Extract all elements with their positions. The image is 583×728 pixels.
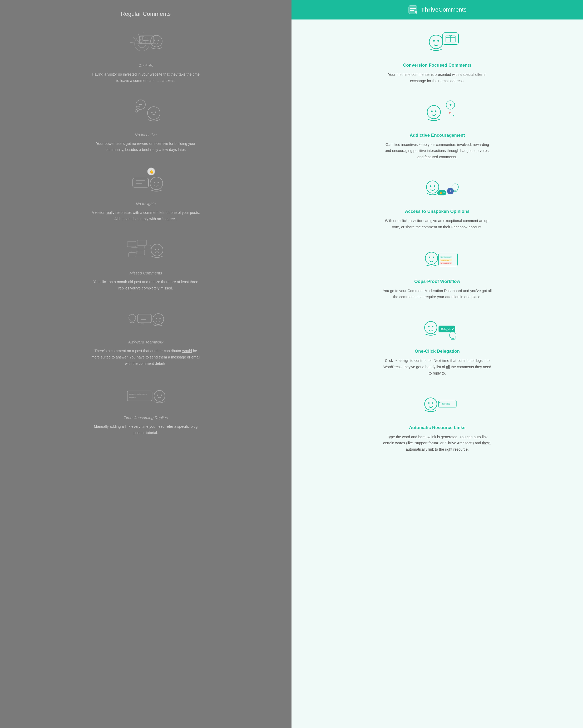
svg-point-43 <box>156 318 157 319</box>
svg-point-36 <box>158 249 159 250</box>
svg-rect-30 <box>137 240 147 245</box>
no-insights-icon: 👍 <box>125 166 167 198</box>
svg-point-19 <box>155 111 156 113</box>
left-header: Regular Comments <box>121 10 171 17</box>
right-section-resource-links: my·link Automatic Resource Links Type th… <box>382 390 493 453</box>
missed-comments-body: You click on a month old post and realiz… <box>90 279 201 291</box>
svg-text:♥: ♥ <box>453 113 454 117</box>
svg-point-66 <box>427 105 440 119</box>
svg-rect-45 <box>127 391 152 401</box>
svg-text:Awaiting Reply  1: Awaiting Reply 1 <box>441 262 451 264</box>
svg-rect-28 <box>127 241 136 247</box>
missed-comments-icon <box>125 235 167 267</box>
left-section-crickets: Crickets Having a visitor so invested in… <box>90 28 201 84</box>
svg-point-68 <box>435 110 436 112</box>
resource-links-icon-area: my·link <box>414 390 461 421</box>
svg-rect-29 <box>131 248 138 252</box>
svg-text:+1: +1 <box>442 191 445 194</box>
time-consuming-body: Manually adding a link every time you ne… <box>90 423 201 436</box>
svg-point-96 <box>432 402 433 404</box>
svg-point-25 <box>150 177 163 190</box>
addictive-title: Addictive Encouragement <box>410 133 465 138</box>
svg-point-9 <box>151 35 162 47</box>
right-section-unspoken: 👍 +1 f Access to Unspoken Opinions With … <box>382 174 493 231</box>
unspoken-icon: 👍 +1 f <box>414 174 461 205</box>
svg-point-35 <box>155 249 156 250</box>
svg-point-27 <box>157 182 159 183</box>
workflow-body: You go to your Comment Moderation Dashbo… <box>382 288 493 301</box>
svg-point-71 <box>434 185 435 187</box>
right-section-delegation: Delegate ✓ One-Click Delegation Click → … <box>382 313 493 376</box>
time-consuming-title: Time Consuming Replies <box>124 415 168 420</box>
left-section-missed-comments: Missed Comments You click on a month old… <box>90 235 201 291</box>
conversion-icon-area <box>414 27 461 59</box>
svg-point-93 <box>449 332 456 338</box>
svg-rect-22 <box>133 178 149 187</box>
awkward-teamwork-body: There's a comment on a post that another… <box>90 348 201 367</box>
unspoken-title: Access to Unspoken Opinions <box>405 209 470 214</box>
missed-comments-title: Missed Comments <box>129 271 162 275</box>
svg-point-17 <box>148 107 160 119</box>
workflow-icon: New Comments 4 Unanswered 2 Awaiting Rep… <box>414 244 461 275</box>
svg-text:f: f <box>450 190 451 193</box>
page-wrapper: Regular Comments <box>0 0 583 728</box>
no-insights-body: A visitor really resonates with a commen… <box>90 210 201 222</box>
delegation-title: One-Click Delegation <box>415 349 460 354</box>
svg-point-70 <box>430 185 431 187</box>
svg-point-50 <box>161 394 162 396</box>
thrive-logo-icon <box>408 5 418 15</box>
addictive-body: Gamified incentives keep your commenters… <box>382 142 493 160</box>
svg-point-11 <box>157 40 159 41</box>
delegation-body: Click → assign to contributor. Next time… <box>382 358 493 376</box>
resource-links-body: Type the word and bam! A link is generat… <box>382 434 493 453</box>
svg-point-90 <box>432 326 433 328</box>
svg-text:my·link: my·link <box>442 402 450 405</box>
svg-text:my-term: my-term <box>129 396 136 399</box>
resource-links-title: Automatic Resource Links <box>409 425 465 431</box>
svg-point-78 <box>425 252 438 264</box>
awkward-teamwork-title: Awkward Teamwork <box>128 340 163 344</box>
time-consuming-icon: myblog.com/resource/ my-term <box>125 380 167 412</box>
svg-point-69 <box>426 181 439 193</box>
svg-point-56 <box>433 40 435 42</box>
svg-text:myblog.com/resource/: myblog.com/resource/ <box>129 393 147 395</box>
svg-point-79 <box>429 257 430 258</box>
svg-point-54 <box>415 11 417 13</box>
conversion-title: Conversion Focused Comments <box>403 63 472 68</box>
svg-point-67 <box>431 110 432 112</box>
svg-point-89 <box>428 326 429 328</box>
svg-text:New Comments  4: New Comments 4 <box>441 256 451 258</box>
left-section-no-insights: 👍 No Insights A visitor really resonates… <box>90 166 201 222</box>
svg-point-57 <box>438 40 439 42</box>
svg-point-44 <box>159 318 161 319</box>
right-content: Conversion Focused Comments Your first t… <box>292 20 583 474</box>
no-incentive-icon <box>125 97 167 129</box>
right-section-workflow: New Comments 4 Unanswered 2 Awaiting Rep… <box>382 244 493 301</box>
right-header: ThriveComments <box>292 0 583 20</box>
svg-point-94 <box>424 398 437 410</box>
svg-text:...?!: ...?! <box>139 323 143 326</box>
svg-point-80 <box>433 257 434 258</box>
svg-rect-53 <box>410 10 414 11</box>
svg-rect-52 <box>410 8 416 9</box>
svg-point-77 <box>452 184 458 190</box>
unspoken-icon-area: 👍 +1 f <box>414 174 461 205</box>
crickets-title: Crickets <box>138 63 153 68</box>
crickets-body: Having a visitor so invested in your web… <box>90 71 201 84</box>
no-incentive-body: Your power users get no reward or incent… <box>90 141 201 153</box>
crickets-icon-area <box>125 28 167 59</box>
left-section-no-incentive: No Incentive Your power users get no rew… <box>90 97 201 153</box>
awkward-teamwork-icon-area: ...?! <box>125 305 167 336</box>
svg-text:Unanswered  2: Unanswered 2 <box>441 259 449 261</box>
right-column: ThriveComments <box>292 0 583 728</box>
right-section-conversion: Conversion Focused Comments Your first t… <box>382 27 493 84</box>
conversion-body: Your first time commenter is presented w… <box>382 72 493 84</box>
conversion-icon <box>414 27 461 59</box>
svg-text:👍: 👍 <box>439 191 443 194</box>
left-section-awkward-teamwork: ...?! Awkward Teamwork There's a comment… <box>90 305 201 367</box>
brand-name: ThriveComments <box>421 6 466 13</box>
no-incentive-title: No Incentive <box>135 132 157 137</box>
time-consuming-icon-area: myblog.com/resource/ my-term <box>125 380 167 412</box>
delegation-icon: Delegate ✓ <box>414 313 461 345</box>
addictive-icon-area: ★ ♥ ♥ <box>414 98 461 129</box>
